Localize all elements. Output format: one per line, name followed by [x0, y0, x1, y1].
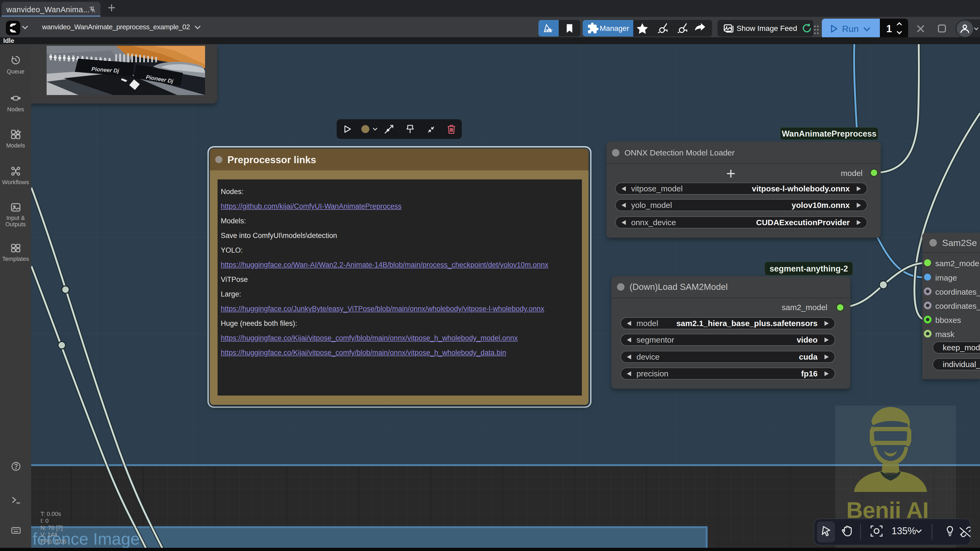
- svg-text:135%: 135%: [892, 526, 916, 536]
